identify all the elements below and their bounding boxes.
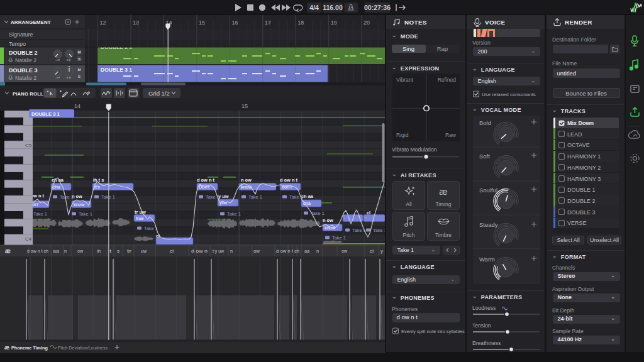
svg-text:n: n (64, 248, 67, 254)
svg-text:ih: ih (97, 248, 101, 254)
svg-text:cl: cl (170, 248, 174, 254)
svg-text:15: 15 (242, 103, 248, 109)
svg-text:tr uw: tr uw (135, 209, 146, 215)
svg-text:d ow n t ch: d ow n t ch (276, 248, 299, 254)
svg-text:Rigid: Rigid (396, 132, 409, 138)
svg-text:aa: aa (53, 248, 60, 254)
svg-text:M: M (78, 50, 81, 54)
svg-text:Take 1: Take 1 (60, 194, 74, 200)
svg-text:cha: cha (303, 200, 311, 206)
svg-text:n ow: n ow (323, 217, 333, 223)
svg-text:Refined: Refined (437, 77, 456, 83)
svg-text:Tempo: Tempo (9, 41, 26, 47)
svg-text:Steady: Steady (479, 221, 498, 228)
svg-text:it's: it's (94, 184, 100, 190)
svg-text:20: 20 (364, 19, 370, 26)
svg-text:S: S (78, 75, 80, 79)
svg-text:16: 16 (231, 19, 238, 26)
svg-text:DOUBLE 3 1: DOUBLE 3 1 (31, 111, 60, 117)
svg-text:t y uw: t y uw (213, 248, 224, 254)
svg-text:æ: æ (5, 248, 11, 255)
svg-text:All: All (406, 201, 412, 207)
svg-text:know: know (325, 225, 336, 231)
svg-text:00:27:36: 00:27:36 (364, 4, 391, 11)
svg-text:14: 14 (74, 103, 80, 109)
svg-text:d ow n t: d ow n t (280, 177, 297, 183)
svg-text:n ow: n ow (241, 177, 252, 183)
svg-text:Soft: Soft (479, 153, 490, 160)
svg-text:Bold: Bold (479, 119, 491, 126)
svg-text:Phoneme Timing: Phoneme Timing (11, 345, 48, 351)
svg-text:DOUBLE 2: DOUBLE 2 (9, 50, 38, 56)
svg-text:Soulful: Soulful (479, 187, 497, 194)
svg-text:19: 19 (331, 19, 337, 26)
svg-text:17: 17 (265, 19, 271, 26)
svg-text:y: y (380, 248, 383, 254)
svg-text:Raw: Raw (445, 132, 456, 138)
svg-text:y uw: y uw (218, 194, 229, 199)
svg-text:13: 13 (133, 19, 139, 26)
svg-text:18: 18 (297, 19, 304, 26)
svg-text:12: 12 (100, 19, 106, 26)
svg-text:n: n (230, 248, 233, 254)
svg-text:s: s (117, 248, 119, 254)
svg-text:DOUBLE 3 1: DOUBLE 3 1 (101, 67, 132, 73)
svg-text:know: know (74, 202, 85, 207)
svg-text:S: S (78, 57, 80, 61)
svg-text:C5: C5 (25, 143, 32, 148)
svg-text:n: n (316, 248, 319, 254)
svg-text:PIANO ROLL: PIANO ROLL (13, 91, 43, 97)
svg-text:cl: cl (370, 248, 374, 254)
svg-text:Timing: Timing (435, 201, 451, 207)
svg-text:ch aa: ch aa (301, 194, 314, 199)
svg-text:Natalie 2: Natalie 2 (15, 57, 36, 63)
svg-text:d ow n t: d ow n t (197, 177, 214, 183)
svg-text:Take 1: Take 1 (33, 211, 47, 217)
svg-text:tr: tr (127, 248, 131, 254)
svg-text:Vibrant: Vibrant (396, 77, 413, 83)
svg-text:Signature: Signature (9, 31, 33, 38)
svg-text:M: M (78, 68, 81, 72)
svg-text:ow: ow (341, 248, 347, 254)
svg-text:Pitch Deviation/Loudness: Pitch Deviation/Loudness (58, 346, 108, 350)
svg-text:d ow n: d ow n (191, 248, 208, 254)
svg-text:C4: C4 (25, 236, 32, 242)
svg-text:Take 1: Take 1 (373, 228, 385, 233)
svg-text:cha: cha (53, 184, 61, 190)
svg-text:Take 1: Take 1 (227, 211, 241, 217)
svg-text:true: true (136, 216, 144, 221)
svg-text:4/4: 4/4 (309, 4, 319, 11)
svg-text:Take 1: Take 1 (332, 235, 346, 241)
svg-text:æ: æ (439, 186, 447, 197)
svg-text:ih t s: ih t s (93, 177, 104, 183)
svg-text:æ: æ (4, 344, 9, 351)
svg-text:116.00: 116.00 (323, 4, 343, 11)
svg-text:15: 15 (199, 19, 205, 26)
svg-text:uw: uw (141, 248, 147, 254)
svg-text:Pitch: Pitch (402, 232, 414, 238)
svg-text:d ow n t ch: d ow n t ch (27, 248, 48, 254)
svg-text:DOUBLE 3: DOUBLE 3 (9, 67, 38, 74)
svg-text:Grid 1/2: Grid 1/2 (148, 90, 170, 97)
svg-text:Warm: Warm (479, 256, 495, 263)
svg-text:aa: aa (304, 248, 309, 254)
svg-text:Timbre: Timbre (435, 232, 451, 238)
svg-text:Take 1: Take 1 (79, 211, 92, 217)
svg-text:ow: ow (253, 248, 260, 254)
svg-text:Take 1: Take 1 (101, 194, 115, 200)
svg-text:ow: ow (77, 248, 83, 254)
svg-text:don't: don't (282, 184, 292, 190)
svg-text:Natalie 2: Natalie 2 (15, 75, 36, 81)
svg-text:Take 1: Take 1 (248, 194, 262, 200)
svg-text:cl: cl (367, 210, 370, 216)
svg-text:ARRANGEMENT: ARRANGEMENT (11, 19, 51, 25)
